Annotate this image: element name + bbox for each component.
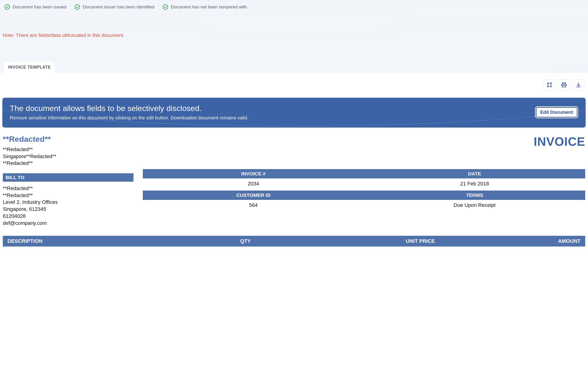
verify-issuer-label: Document issuer has been identified xyxy=(83,4,154,10)
sender-line3: **Redacted** xyxy=(3,160,56,167)
svg-rect-14 xyxy=(563,85,566,87)
meta-h-customer: CUSTOMER ID xyxy=(143,191,364,200)
sender-line2: Singapore**Redacted** xyxy=(3,153,56,160)
verify-issued: Document has been issued xyxy=(4,4,66,10)
action-row xyxy=(2,79,586,98)
obfuscation-note: Note: There are fields/data obfuscated i… xyxy=(0,14,588,61)
banner-title: The document allows fields to be selecti… xyxy=(10,104,530,113)
billto-line1: **Redacted** xyxy=(3,185,134,192)
billto-line5: 61204028 xyxy=(3,213,134,220)
verify-tamper-label: Document has not been tampered with xyxy=(171,4,247,10)
checkmark-circle-icon xyxy=(4,4,10,10)
verification-row: Document has been issued Document issuer… xyxy=(0,0,588,14)
sender-line1: **Redacted** xyxy=(3,146,56,153)
invoice-heading: INVOICE xyxy=(534,134,585,149)
col-amount: AMOUNT xyxy=(440,236,585,247)
items-header: DESCRIPTION QTY UNIT PRICE AMOUNT xyxy=(3,236,585,247)
col-description: DESCRIPTION xyxy=(3,236,197,247)
qr-button[interactable] xyxy=(544,79,555,91)
meta-h-date: DATE xyxy=(364,169,585,178)
print-button[interactable] xyxy=(558,79,570,91)
bill-to-block: **Redacted** **Redacted** Level 2, Indus… xyxy=(3,185,134,227)
billto-line3: Level 2, Industry Offices xyxy=(3,199,134,206)
banner-subtitle: Remove sensitive information on this doc… xyxy=(10,115,530,121)
invoice-meta: INVOICE # DATE 2034 21 Feb 2018 CUSTOMER… xyxy=(143,169,585,212)
verify-issued-label: Document has been issued xyxy=(13,4,66,10)
meta-h-terms: TERMS xyxy=(364,191,585,200)
col-qty: QTY xyxy=(197,236,294,247)
billto-line6: def@company.com xyxy=(3,220,134,227)
meta-customer-id: 564 xyxy=(143,200,364,212)
svg-rect-13 xyxy=(563,83,566,84)
invoice-body: **Redacted** **Redacted** Singapore**Red… xyxy=(2,128,586,247)
download-button[interactable] xyxy=(573,79,584,91)
edit-document-button[interactable]: Edit Document xyxy=(535,106,578,118)
svg-rect-6 xyxy=(551,83,551,84)
tab-strip: INVOICE TEMPLATE xyxy=(0,61,588,73)
svg-rect-9 xyxy=(550,85,551,86)
billto-line4: Singapore, 612345 xyxy=(3,206,134,213)
verification-panel: Document has been issued Document issuer… xyxy=(0,0,588,73)
document-area: The document allows fields to be selecti… xyxy=(0,73,588,247)
svg-rect-8 xyxy=(548,86,548,87)
meta-invoice-no: 2034 xyxy=(143,178,364,191)
checkmark-circle-icon xyxy=(162,4,169,10)
verify-tamper: Document has not been tampered with xyxy=(162,4,247,10)
svg-rect-10 xyxy=(551,85,552,86)
svg-rect-4 xyxy=(548,83,548,84)
billto-line2: **Redacted** xyxy=(3,192,134,199)
svg-rect-11 xyxy=(550,87,551,87)
meta-terms: Due Upon Receipt xyxy=(364,200,585,212)
download-icon xyxy=(575,82,582,88)
sender-block: **Redacted** **Redacted** Singapore**Red… xyxy=(3,134,56,167)
col-unit-price: UNIT PRICE xyxy=(294,236,440,247)
bill-to-header: BILL TO xyxy=(3,173,134,182)
disclosure-banner: The document allows fields to be selecti… xyxy=(2,98,586,128)
qr-code-icon xyxy=(547,82,553,88)
meta-date: 21 Feb 2018 xyxy=(364,178,585,191)
sender-name: **Redacted** xyxy=(3,134,56,144)
tab-invoice-template[interactable]: INVOICE TEMPLATE xyxy=(4,61,55,73)
verify-issuer: Document issuer has been identified xyxy=(74,4,154,10)
checkmark-circle-icon xyxy=(74,4,80,10)
printer-icon xyxy=(561,82,567,88)
meta-h-invoice: INVOICE # xyxy=(143,169,364,178)
svg-rect-12 xyxy=(551,87,552,87)
